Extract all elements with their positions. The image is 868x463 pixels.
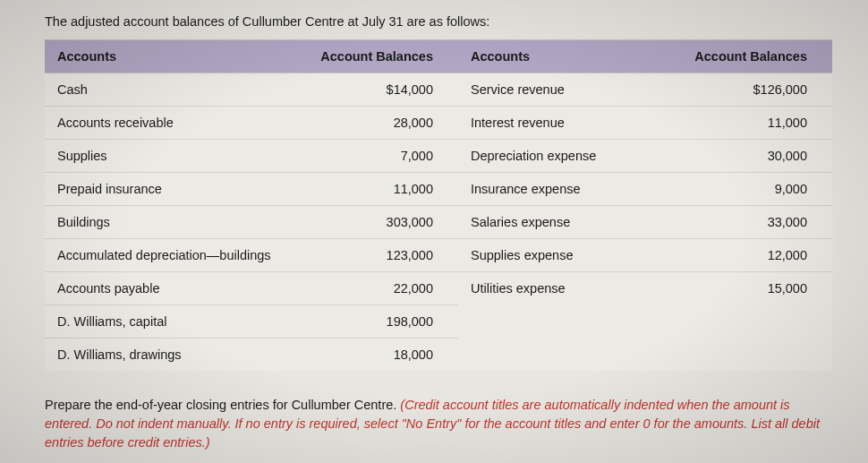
account-name: Insurance expense (458, 173, 675, 206)
table-row: Cash $14,000 Service revenue $126,000 (45, 73, 832, 107)
intro-text: The adjusted account balances of Cullumb… (45, 14, 841, 29)
header-accounts-2: Accounts (458, 40, 675, 73)
header-accounts-1: Accounts (45, 40, 301, 73)
table-row: D. Williams, drawings 18,000 (45, 339, 832, 372)
table-row: Accounts receivable 28,000 Interest reve… (45, 107, 832, 140)
account-balance: 11,000 (301, 173, 458, 206)
account-name: Interest revenue (458, 107, 675, 140)
account-name: Salaries expense (458, 206, 675, 239)
account-balance: $126,000 (675, 73, 832, 107)
balances-tbody: Cash $14,000 Service revenue $126,000 Ac… (45, 73, 832, 372)
header-balances-1: Account Balances (301, 40, 458, 73)
account-name: Accounts receivable (45, 107, 301, 140)
account-balance: 303,000 (301, 206, 458, 239)
account-balance: 9,000 (675, 173, 832, 206)
account-name: Service revenue (458, 73, 675, 107)
empty-cell (458, 339, 675, 372)
account-balance: $14,000 (301, 73, 458, 107)
account-balance: 22,000 (301, 272, 458, 305)
account-name: Supplies expense (458, 239, 675, 272)
empty-cell (675, 339, 832, 372)
account-balance: 18,000 (301, 339, 458, 372)
account-name: Cash (45, 73, 301, 107)
account-name: Accumulated depreciation—buildings (45, 239, 301, 272)
account-name: Buildings (45, 206, 301, 239)
table-row: Buildings 303,000 Salaries expense 33,00… (45, 206, 832, 239)
empty-cell (458, 305, 675, 339)
account-balance: 33,000 (675, 206, 832, 239)
account-balance: 12,000 (675, 239, 832, 272)
instructions: Prepare the end-of-year closing entries … (45, 396, 832, 452)
balances-table: Accounts Account Balances Accounts Accou… (45, 39, 832, 371)
account-name: Utilities expense (458, 272, 675, 305)
account-name: Prepaid insurance (45, 173, 301, 206)
table-row: Accumulated depreciation—buildings 123,0… (45, 239, 832, 272)
account-name: Depreciation expense (458, 140, 675, 173)
account-balance: 198,000 (301, 305, 458, 339)
account-name: D. Williams, capital (45, 305, 301, 339)
account-balance: 7,000 (301, 140, 458, 173)
account-name: D. Williams, drawings (45, 339, 301, 372)
table-row: Supplies 7,000 Depreciation expense 30,0… (45, 140, 832, 173)
table-row: Accounts payable 22,000 Utilities expens… (45, 272, 832, 305)
account-balance: 15,000 (675, 272, 832, 305)
account-balance: 28,000 (301, 107, 458, 140)
header-balances-2: Account Balances (675, 40, 832, 73)
account-name: Supplies (45, 140, 301, 173)
instructions-plain: Prepare the end-of-year closing entries … (45, 398, 400, 412)
table-row: Prepaid insurance 11,000 Insurance expen… (45, 173, 832, 206)
account-name: Accounts payable (45, 272, 301, 305)
account-balance: 123,000 (301, 239, 458, 272)
account-balance: 11,000 (675, 107, 832, 140)
account-balance: 30,000 (675, 140, 832, 173)
empty-cell (675, 305, 832, 339)
table-row: D. Williams, capital 198,000 (45, 305, 832, 339)
